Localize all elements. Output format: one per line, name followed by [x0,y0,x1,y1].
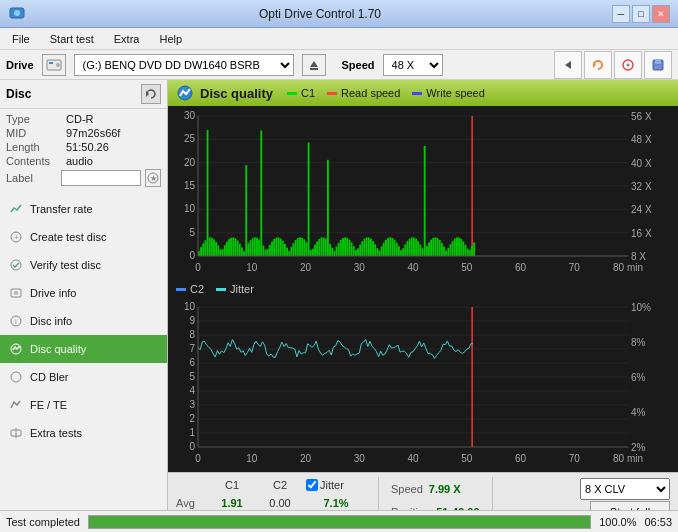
nav-extra-tests[interactable]: Extra tests [0,419,167,447]
main-layout: Disc Type CD-R MID 97m26s66f Length 51:5… [0,80,678,532]
nav-items: Transfer rate + Create test disc Verify … [0,195,167,447]
maximize-button[interactable]: □ [632,5,650,23]
nav-disc-quality-label: Disc quality [30,343,86,355]
nav-create-test-disc[interactable]: + Create test disc [0,223,167,251]
disc-type-value: CD-R [66,113,94,125]
speed-dropdown[interactable]: 8 X CLV [580,478,670,500]
nav-transfer-rate-label: Transfer rate [30,203,93,215]
nav-cd-bler[interactable]: CD Bler [0,363,167,391]
speed-stat-value: 7.99 X [429,483,461,495]
charts-area: C2 Jitter [168,106,678,472]
disc-type-label: Type [6,113,66,125]
stats-c1-header: C1 [210,479,254,491]
label-icon-button[interactable]: ★ [145,169,161,187]
jitter-checkbox[interactable] [306,479,318,491]
svg-point-10 [627,63,630,66]
nav-transfer-rate[interactable]: Transfer rate [0,195,167,223]
svg-marker-7 [565,61,571,69]
disc-label-row: Label ★ [6,169,161,187]
c2-chart [168,297,678,472]
extra-tests-icon [8,425,24,441]
disc-type-row: Type CD-R [6,113,161,125]
minimize-button[interactable]: ─ [612,5,630,23]
nav-create-test-disc-label: Create test disc [30,231,106,243]
refresh-button[interactable] [584,51,612,79]
legend-jitter: Jitter [216,283,254,295]
stats-avg-c1: 1.91 [210,497,254,509]
menu-bar: File Start test Extra Help [0,28,678,50]
disc-length-row: Length 51:50.26 [6,141,161,153]
menu-help[interactable]: Help [151,31,190,47]
legend-c2-color [176,288,186,291]
title-bar: Opti Drive Control 1.70 ─ □ ✕ [0,0,678,28]
stats-jitter-header: Jitter [320,479,370,491]
disc-mid-label: MID [6,127,66,139]
nav-disc-info-label: Disc info [30,315,72,327]
nav-disc-info[interactable]: i Disc info [0,307,167,335]
disc-mid-row: MID 97m26s66f [6,127,161,139]
svg-marker-5 [310,61,318,67]
disc-quality-legend: C1 Read speed Write speed [287,87,485,99]
svg-rect-6 [310,68,318,70]
progress-bar-fill [89,516,590,528]
drive-eject-button[interactable] [302,54,326,76]
menu-file[interactable]: File [4,31,38,47]
legend-write-label: Write speed [426,87,485,99]
svg-rect-12 [655,60,661,64]
nav-verify-test-disc[interactable]: Verify test disc [0,251,167,279]
time-text: 06:53 [644,516,672,528]
disc-refresh-button[interactable] [141,84,161,104]
disc-info: Type CD-R MID 97m26s66f Length 51:50.26 … [0,109,167,191]
window-controls[interactable]: ─ □ ✕ [612,5,670,23]
svg-text:★: ★ [150,174,157,183]
svg-point-4 [56,63,60,67]
right-panel: Disc quality C1 Read speed Write speed [168,80,678,532]
progress-bar-container [88,515,591,529]
stats-avg-label: Avg [176,497,206,509]
svg-text:+: + [14,233,19,242]
status-text: Test completed [6,516,80,528]
drive-info-icon [8,285,24,301]
window-title: Opti Drive Control 1.70 [28,7,612,21]
legend-c2: C2 [176,283,204,295]
legend-read-label: Read speed [341,87,400,99]
cd-bler-icon [8,369,24,385]
disc-length-value: 51:50.26 [66,141,109,153]
close-button[interactable]: ✕ [652,5,670,23]
c1-chart [168,106,678,281]
disc-label-label: Label [6,172,57,184]
disc-quality-header-icon [176,84,194,102]
disc-label-input[interactable] [61,170,141,186]
svg-rect-13 [655,66,661,69]
nav-disc-quality[interactable]: Disc quality [0,335,167,363]
disc-header: Disc [0,80,167,109]
nav-drive-info[interactable]: Drive info [0,279,167,307]
disc-length-label: Length [6,141,66,153]
menu-extra[interactable]: Extra [106,31,148,47]
nav-extra-tests-label: Extra tests [30,427,82,439]
disc-contents-label: Contents [6,155,66,167]
legend-jitter-label: Jitter [230,283,254,295]
speed-select[interactable]: 48 X [383,54,443,76]
legend-jitter-color [216,288,226,291]
disc-title: Disc [6,87,31,101]
nav-fe-te[interactable]: FE / TE [0,391,167,419]
back-button[interactable] [554,51,582,79]
c2-chart-wrapper [168,297,678,472]
save-button[interactable] [644,51,672,79]
nav-verify-test-disc-label: Verify test disc [30,259,101,271]
disc-info-icon: i [8,313,24,329]
speed-row: Speed 7.99 X [391,483,480,495]
progress-text: 100.0% [599,516,636,528]
legend-read-speed: Read speed [327,87,400,99]
drive-icon [42,54,66,76]
legend-write-color [412,92,422,95]
menu-start-test[interactable]: Start test [42,31,102,47]
drive-select[interactable]: (G:) BENQ DVD DD DW1640 BSRB [74,54,294,76]
drive-bar: Drive (G:) BENQ DVD DD DW1640 BSRB Speed… [0,50,678,80]
disc-quality-header: Disc quality C1 Read speed Write speed [168,80,678,106]
stats-c2-header: C2 [258,479,302,491]
nav-fe-te-label: FE / TE [30,399,67,411]
disc-contents-value: audio [66,155,93,167]
disc-button[interactable] [614,51,642,79]
